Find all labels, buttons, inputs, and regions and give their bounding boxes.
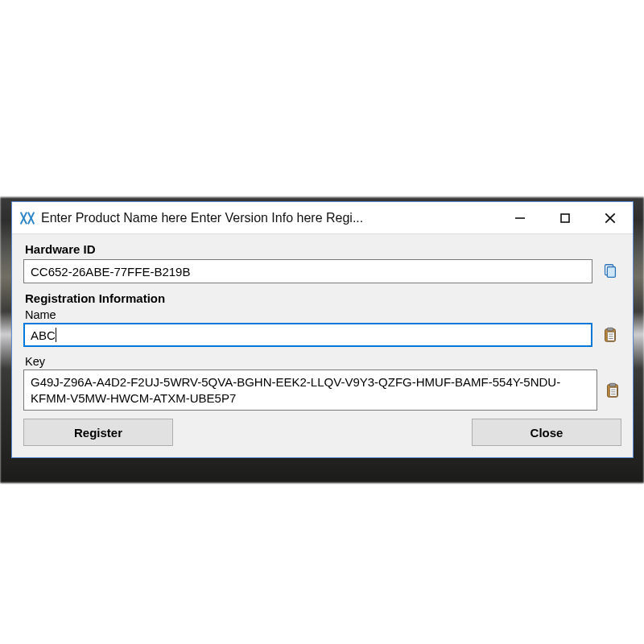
window-controls [497, 202, 633, 233]
register-button-label: Register [74, 426, 122, 440]
paste-name-button[interactable] [599, 323, 621, 347]
hardware-id-value: CC652-26ABE-77FFE-B219B [31, 265, 190, 279]
svg-rect-5 [607, 267, 615, 278]
paste-key-button[interactable] [604, 369, 621, 411]
minimize-button[interactable] [497, 202, 543, 233]
register-button[interactable]: Register [23, 419, 173, 446]
name-input[interactable]: ABC [23, 323, 592, 347]
close-button[interactable]: Close [472, 419, 621, 446]
svg-rect-1 [561, 214, 569, 222]
hardware-id-label: Hardware ID [25, 242, 621, 256]
text-caret [56, 328, 56, 342]
key-input[interactable]: G49J-Z96A-A4D2-F2UJ-5WRV-5QVA-BGHN-EEK2-… [23, 369, 597, 411]
name-value: ABC [31, 328, 56, 342]
registration-section-label: Registration Information [25, 291, 621, 305]
svg-rect-13 [609, 383, 615, 386]
registration-dialog: Enter Product Name here Enter Version In… [11, 201, 634, 458]
hardware-id-field[interactable]: CC652-26ABE-77FFE-B219B [23, 259, 592, 283]
app-icon [19, 209, 36, 227]
close-button-label: Close [530, 426, 564, 440]
titlebar[interactable]: Enter Product Name here Enter Version In… [12, 202, 633, 234]
window-title: Enter Product Name here Enter Version In… [41, 211, 497, 225]
key-label: Key [25, 355, 621, 368]
svg-rect-7 [607, 328, 613, 331]
name-label: Name [25, 308, 621, 321]
maximize-button[interactable] [543, 202, 588, 233]
close-window-button[interactable] [588, 202, 633, 233]
dialog-body: Hardware ID CC652-26ABE-77FFE-B219B Regi… [12, 234, 633, 457]
key-value: G49J-Z96A-A4D2-F2UJ-5WRV-5QVA-BGHN-EEK2-… [31, 375, 560, 405]
copy-hardware-id-button[interactable] [599, 259, 621, 283]
